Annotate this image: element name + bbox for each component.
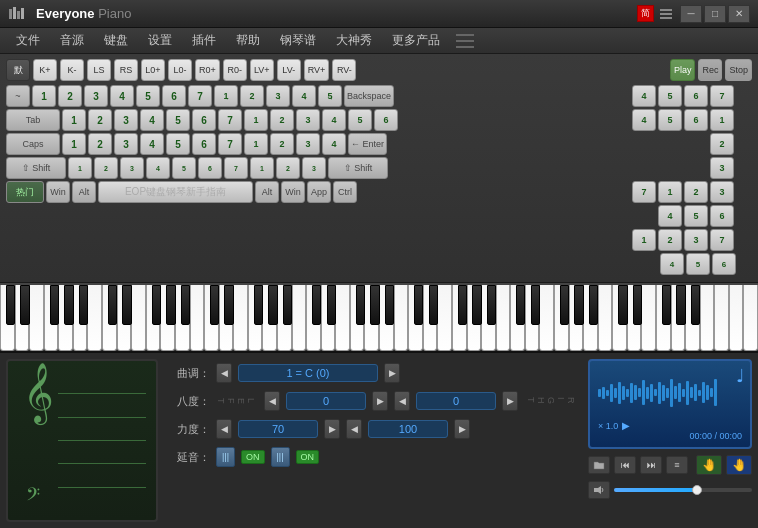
k-plus-btn[interactable]: K+ [33,59,57,81]
key-a[interactable]: 1 [62,133,86,155]
np-5[interactable]: 5 [658,85,682,107]
key-i[interactable]: 1 [244,109,268,131]
black-key[interactable] [166,285,175,325]
key-1[interactable]: 1 [32,85,56,107]
lv-minus-btn[interactable]: LV- [277,59,301,81]
menu-help[interactable]: 帮助 [228,29,268,52]
rv-minus-btn[interactable]: RV- [332,59,356,81]
key-h[interactable]: 6 [192,133,216,155]
np-11r[interactable]: 1 [710,109,734,131]
menu-master[interactable]: 大神秀 [328,29,380,52]
key-app[interactable]: App [307,181,331,203]
ro-minus-btn[interactable]: R0- [223,59,247,81]
black-key[interactable] [312,285,321,325]
key-period[interactable]: 2 [276,157,300,179]
lv-plus-btn[interactable]: LV+ [250,59,274,81]
key-6[interactable]: 6 [162,85,186,107]
octave-left-next-btn[interactable]: ▶ [372,391,388,411]
white-key[interactable] [190,285,205,351]
black-key[interactable] [210,285,219,325]
key-backspace[interactable]: Backspace [344,85,394,107]
rv-plus-btn[interactable]: RV+ [304,59,330,81]
white-key[interactable] [233,285,248,351]
black-key[interactable] [327,285,336,325]
key-slash[interactable]: 3 [302,157,326,179]
white-key[interactable] [729,285,744,351]
white-key[interactable] [641,285,656,351]
np-53r[interactable]: 5 [686,253,710,275]
key-n[interactable]: 6 [198,157,222,179]
menu-file[interactable]: 文件 [8,29,48,52]
black-key[interactable] [20,285,29,325]
black-key[interactable] [224,285,233,325]
black-key[interactable] [152,285,161,325]
key-semicolon[interactable]: 3 [296,133,320,155]
np-43r[interactable]: 4 [660,253,684,275]
key-c[interactable]: 3 [120,157,144,179]
black-key[interactable] [370,285,379,325]
black-key[interactable] [108,285,117,325]
close-button[interactable]: ✕ [728,5,750,23]
black-key[interactable] [181,285,190,325]
white-key[interactable] [437,285,452,351]
force-left-next-btn[interactable]: ▶ [324,419,340,439]
np-41[interactable]: 4 [632,109,656,131]
black-key[interactable] [516,285,525,325]
white-key[interactable] [29,285,44,351]
black-key[interactable] [676,285,685,325]
open-file-btn[interactable] [588,456,610,474]
white-key[interactable] [335,285,350,351]
minimize-button[interactable]: ─ [680,5,702,23]
stop-btn[interactable]: Stop [725,59,752,81]
black-key[interactable] [254,285,263,325]
key-comma[interactable]: 1 [250,157,274,179]
np-73r[interactable]: 7 [710,229,734,251]
key-b[interactable]: 5 [172,157,196,179]
menu-plugin[interactable]: 插件 [184,29,224,52]
np-51[interactable]: 5 [658,109,682,131]
sustain-right-icon-btn[interactable]: ||| [271,447,290,467]
volume-icon-btn[interactable] [588,481,610,499]
key-7[interactable]: 7 [188,85,212,107]
key-win-right[interactable]: Win [281,181,305,203]
white-key[interactable] [598,285,613,351]
key-8[interactable]: 1̣ [214,85,238,107]
key-r[interactable]: 4 [140,109,164,131]
key-d[interactable]: 3 [114,133,138,155]
key-p[interactable]: 3 [296,109,320,131]
np-61[interactable]: 6 [684,109,708,131]
ro-plus-btn[interactable]: R0+ [195,59,220,81]
black-key[interactable] [458,285,467,325]
key-equal[interactable]: 5̣ [318,85,342,107]
np-52r[interactable]: 5 [684,205,708,227]
key-o[interactable]: 2 [270,109,294,131]
key-j[interactable]: 7 [218,133,242,155]
key-lbracket[interactable]: 4 [322,109,346,131]
black-key[interactable] [385,285,394,325]
black-key[interactable] [50,285,59,325]
np-33r[interactable]: 3 [684,229,708,251]
right-hand-btn[interactable]: 🤚 [726,455,752,475]
black-key[interactable] [618,285,627,325]
np-13r[interactable]: 1 [632,229,656,251]
black-key[interactable] [414,285,423,325]
key-v[interactable]: 4 [146,157,170,179]
key-q[interactable]: 1 [62,109,86,131]
ls-btn[interactable]: LS [87,59,111,81]
key-z[interactable]: 1 [68,157,92,179]
settings-icon[interactable] [658,6,674,22]
key-quote[interactable]: 4 [322,133,346,155]
volume-slider[interactable] [614,488,752,492]
key-rbracket[interactable]: 5 [348,109,372,131]
maximize-button[interactable]: □ [704,5,726,23]
key-k[interactable]: 1 [244,133,268,155]
np-7[interactable]: 7 [710,85,734,107]
octave-right-next-btn[interactable]: ▶ [502,391,518,411]
white-key[interactable] [743,285,758,351]
key-m[interactable]: 7 [224,157,248,179]
white-key[interactable] [496,285,511,351]
black-key[interactable] [662,285,671,325]
np-12r[interactable]: 1 [658,181,682,203]
lcd-play-btn[interactable]: ▶ [622,420,630,431]
black-key[interactable] [691,285,700,325]
